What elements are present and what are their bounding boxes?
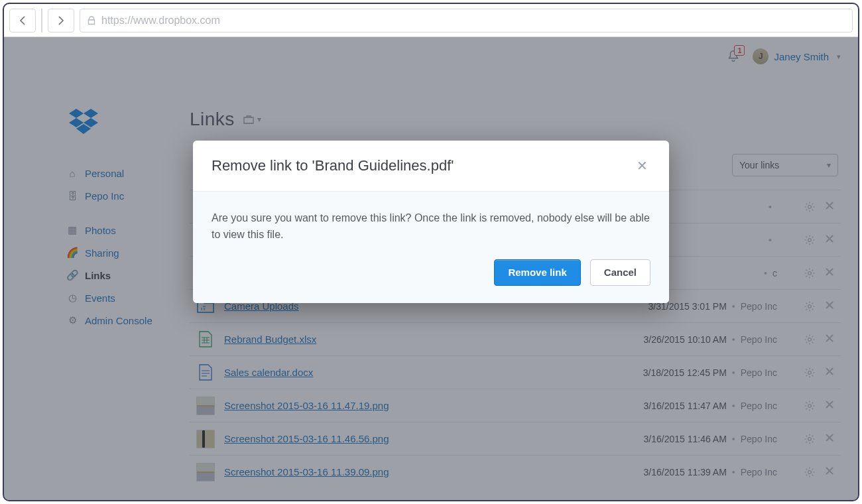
- modal-header: Remove link to 'Brand Guidelines.pdf' ✕: [193, 141, 669, 192]
- chevron-left-icon: [19, 16, 26, 25]
- nav-separator: [41, 9, 42, 32]
- address-bar[interactable]: https://www.dropbox.com: [80, 9, 853, 32]
- remove-link-modal: Remove link to 'Brand Guidelines.pdf' ✕ …: [193, 141, 669, 303]
- browser-frame: https://www.dropbox.com 1 J Janey Smith …: [3, 3, 859, 501]
- forward-button[interactable]: [48, 9, 74, 32]
- modal-title: Remove link to 'Brand Guidelines.pdf': [212, 157, 454, 174]
- modal-close-button[interactable]: ✕: [634, 155, 650, 176]
- chevron-right-icon: [58, 16, 64, 25]
- app-body: 1 J Janey Smith ▾ ⌂ Personal: [4, 37, 858, 500]
- browser-chrome: https://www.dropbox.com: [4, 4, 858, 37]
- cancel-button[interactable]: Cancel: [590, 259, 650, 286]
- close-icon: ✕: [637, 158, 648, 173]
- modal-body: Are you sure you want to remove this lin…: [193, 192, 669, 259]
- modal-footer: Remove link Cancel: [193, 259, 669, 303]
- lock-icon: [87, 16, 96, 25]
- back-button[interactable]: [9, 9, 36, 32]
- url-text: https://www.dropbox.com: [101, 15, 220, 27]
- remove-link-button[interactable]: Remove link: [494, 259, 580, 286]
